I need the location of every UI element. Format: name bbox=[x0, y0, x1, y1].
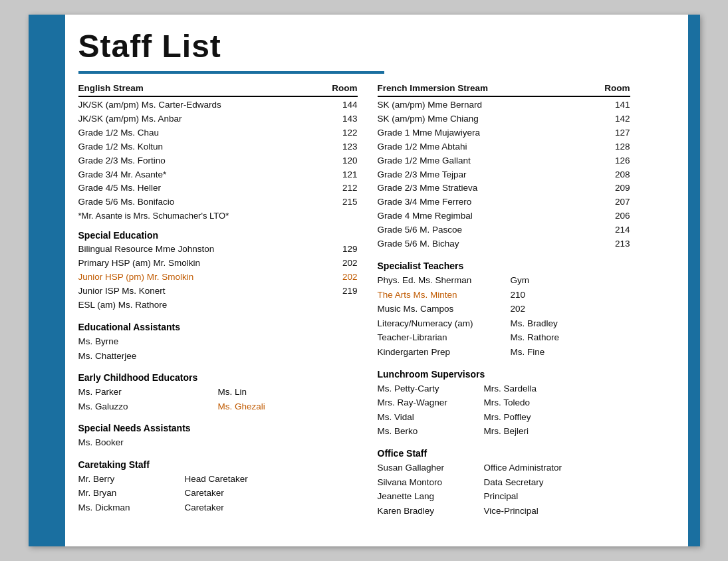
special-education-title: Special Education bbox=[78, 230, 358, 241]
se-room-3: 202 bbox=[342, 271, 358, 284]
fi-room-label: Room bbox=[604, 82, 630, 96]
ea-list: Ms. Byrne Ms. Chatterjee bbox=[78, 334, 358, 363]
page-title: Staff List bbox=[78, 28, 671, 64]
es-name-7: Grade 4/5 Ms. Heller bbox=[78, 181, 162, 195]
fi-room-3: 127 bbox=[615, 126, 630, 140]
sp-subject-1: Phys. Ed. Ms. Sherman bbox=[378, 273, 511, 288]
early-childhood-title: Early Childhood Educators bbox=[78, 372, 358, 383]
special-needs-section: Special Needs Assistants Ms. Booker bbox=[78, 423, 358, 450]
fi-row-2: SK (am/pm) Mme Chiang 142 bbox=[378, 112, 630, 126]
specialist-section: Specialist Teachers Phys. Ed. Ms. Sherma… bbox=[378, 261, 671, 360]
es-name-5: Grade 2/3 Ms. Fortino bbox=[78, 154, 166, 168]
se-row-5: ESL (am) Ms. Rathore bbox=[78, 298, 358, 312]
ece-grid: Ms. Parker Ms. Lin Ms. Galuzzo Ms. Gheza… bbox=[78, 385, 358, 413]
sp-row-6: Kindergarten Prep Ms. Fine bbox=[378, 345, 671, 360]
fi-name-7: Grade 2/3 Mme Stratieva bbox=[378, 181, 478, 195]
right-column: French Immersion Stream Room SK (am/pm) … bbox=[378, 82, 671, 518]
ct-role-3: Caretaker bbox=[185, 501, 224, 515]
fi-room-4: 128 bbox=[615, 140, 630, 154]
left-blue-bar bbox=[29, 15, 65, 546]
sp-subject-3: Music Ms. Campos bbox=[378, 302, 511, 316]
left-column: English Stream Room JK/SK (am/pm) Ms. Ca… bbox=[78, 82, 358, 518]
office-role-1: Office Administrator bbox=[484, 461, 671, 475]
sp-subject-4: Literacy/Numeracy (am) bbox=[378, 316, 511, 331]
se-row-2: Primary HSP (am) Mr. Smolkin 202 bbox=[78, 257, 358, 271]
sp-subject-5: Teacher-Librarian bbox=[378, 330, 511, 345]
office-role-3: Principal bbox=[484, 489, 671, 504]
right-blue-bar bbox=[688, 15, 700, 546]
se-name-1: Bilingual Resource Mme Johnston bbox=[78, 243, 215, 257]
fi-room-10: 214 bbox=[615, 223, 630, 237]
es-room-6: 121 bbox=[342, 168, 358, 182]
fi-name-9: Grade 4 Mme Regimbal bbox=[378, 209, 473, 223]
sp-row-2: The Arts Ms. Minten 210 bbox=[378, 288, 671, 302]
se-name-5: ESL (am) Ms. Rathore bbox=[78, 298, 168, 312]
es-name-1: JK/SK (am/pm) Ms. Carter-Edwards bbox=[78, 98, 221, 112]
es-row-4: Grade 1/2 Ms. Koltun 123 bbox=[78, 140, 358, 154]
es-room-8: 215 bbox=[342, 195, 358, 209]
lunch-grid: Ms. Petty-Carty Mrs. Sardella Mrs. Ray-W… bbox=[378, 382, 671, 439]
sp-room-1: Gym bbox=[511, 273, 671, 288]
es-row-3: Grade 1/2 Ms. Chau 122 bbox=[78, 126, 358, 140]
es-room-5: 120 bbox=[342, 154, 358, 168]
se-name-4: Junior ISP Ms. Konert bbox=[78, 284, 166, 298]
sp-subject-6: Kindergarten Prep bbox=[378, 345, 511, 360]
sp-row-3: Music Ms. Campos 202 bbox=[378, 302, 671, 316]
fi-name-10: Grade 5/6 M. Pascoe bbox=[378, 223, 463, 237]
sp-room-6: Ms. Fine bbox=[511, 345, 671, 360]
title-underline bbox=[78, 71, 384, 74]
office-name-4: Karen Bradley bbox=[378, 504, 484, 518]
fi-name-3: Grade 1 Mme Mujawiyera bbox=[378, 126, 481, 140]
fi-name-6: Grade 2/3 Mme Tejpar bbox=[378, 168, 467, 182]
educational-assistants-title: Educational Assistants bbox=[78, 322, 358, 332]
special-needs-title: Special Needs Assistants bbox=[78, 423, 358, 433]
main-columns: English Stream Room JK/SK (am/pm) Ms. Ca… bbox=[78, 82, 671, 518]
special-education-section: Special Education Bilingual Resource Mme… bbox=[78, 230, 358, 312]
english-stream-header: English Stream Room bbox=[78, 82, 358, 97]
office-role-4: Vice-Principal bbox=[484, 504, 671, 518]
fi-name-8: Grade 3/4 Mme Ferrero bbox=[378, 195, 472, 209]
lunch-col1-4: Ms. Berko bbox=[378, 424, 484, 439]
ea-item-1: Ms. Byrne bbox=[78, 334, 358, 349]
fi-room-6: 208 bbox=[615, 168, 630, 182]
fi-name-1: SK (am/pm) Mme Bernard bbox=[378, 98, 483, 112]
ct-name-2: Mr. Bryan bbox=[78, 486, 185, 501]
lunch-col2-2: Mrs. Toledo bbox=[484, 395, 671, 410]
ct-role-1: Head Caretaker bbox=[185, 472, 248, 487]
es-name-2: JK/SK (am/pm) Ms. Anbar bbox=[78, 112, 182, 126]
fi-room-9: 206 bbox=[615, 209, 630, 223]
fi-header: French Immersion Stream Room bbox=[378, 82, 630, 97]
french-immersion-section: French Immersion Stream Room SK (am/pm) … bbox=[378, 82, 671, 251]
ct-row-3: Ms. Dickman Caretaker bbox=[78, 501, 358, 515]
english-stream-section: English Stream Room JK/SK (am/pm) Ms. Ca… bbox=[78, 82, 358, 221]
ct-row-2: Mr. Bryan Caretaker bbox=[78, 486, 358, 501]
ece-col1-1: Ms. Parker bbox=[78, 385, 218, 399]
es-row-6: Grade 3/4 Mr. Asante* 121 bbox=[78, 168, 358, 182]
ct-role-2: Caretaker bbox=[185, 486, 224, 501]
se-name-2: Primary HSP (am) Mr. Smolkin bbox=[78, 257, 201, 271]
lunch-col1-2: Mrs. Ray-Wagner bbox=[378, 395, 484, 410]
se-room-4: 219 bbox=[342, 284, 358, 298]
fi-row-11: Grade 5/6 M. Bichay 213 bbox=[378, 237, 630, 251]
es-room-1: 144 bbox=[342, 98, 358, 112]
es-note: *Mr. Asante is Mrs. Schumacher's LTO* bbox=[78, 211, 358, 221]
fi-row-10: Grade 5/6 M. Pascoe 214 bbox=[378, 223, 630, 237]
caretaking-title: Caretaking Staff bbox=[78, 459, 358, 470]
se-room-2: 202 bbox=[342, 257, 358, 271]
fi-name-4: Grade 1/2 Mme Abtahi bbox=[378, 140, 467, 154]
sp-subject-2: The Arts Ms. Minten bbox=[378, 288, 511, 302]
sp-room-5: Ms. Rathore bbox=[511, 330, 671, 345]
ece-col2-1: Ms. Lin bbox=[218, 385, 358, 399]
caretaking-section: Caretaking Staff Mr. Berry Head Caretake… bbox=[78, 459, 358, 515]
fi-row-6: Grade 2/3 Mme Tejpar 208 bbox=[378, 168, 630, 182]
se-name-3: Junior HSP (pm) Mr. Smolkin bbox=[78, 271, 194, 284]
ece-col1-2: Ms. Galuzzo bbox=[78, 399, 218, 414]
es-row-8: Grade 5/6 Ms. Bonifacio 215 bbox=[78, 195, 358, 209]
lunch-col2-4: Mrs. Bejleri bbox=[484, 424, 671, 439]
fi-room-7: 209 bbox=[615, 181, 630, 195]
sp-room-2: 210 bbox=[511, 288, 671, 302]
office-name-3: Jeanette Lang bbox=[378, 489, 484, 504]
english-stream-title: English Stream bbox=[78, 82, 144, 96]
es-room-7: 212 bbox=[342, 181, 358, 195]
fi-row-9: Grade 4 Mme Regimbal 206 bbox=[378, 209, 630, 223]
